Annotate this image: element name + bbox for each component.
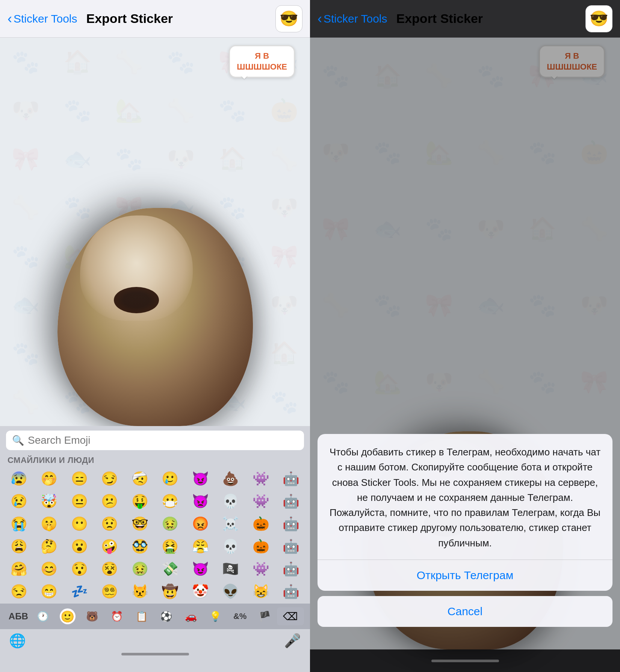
right-home-bar	[431, 660, 499, 662]
right-back-label: Sticker Tools	[324, 12, 387, 25]
emoji-cell[interactable]: 💀	[216, 491, 245, 512]
right-nav-emoji-button[interactable]: 😎	[585, 5, 612, 32]
emoji-cell[interactable]: 🤯	[35, 491, 64, 512]
cancel-button[interactable]: Cancel	[318, 596, 612, 627]
emoji-cell[interactable]: 👾	[246, 468, 275, 489]
emoji-cell[interactable]: 🤖	[277, 468, 306, 489]
emoji-cell[interactable]: 😭	[5, 513, 33, 534]
emoji-cell[interactable]: 🤡	[186, 581, 215, 602]
delete-button[interactable]: ⌫	[277, 607, 304, 625]
emoji-cell[interactable]: 🤢	[126, 558, 154, 579]
emoji-cell[interactable]: 🤠	[156, 581, 185, 602]
emoji-cell[interactable]: 🤓	[126, 513, 154, 534]
clipboard-button[interactable]: 📋	[129, 607, 154, 626]
emoji-cell[interactable]: 🎃	[246, 536, 275, 557]
open-telegram-button[interactable]: Открыть Телеграм	[318, 560, 612, 591]
left-home-bar	[121, 653, 189, 655]
emoji-cell[interactable]: 😑	[65, 468, 94, 489]
emoji-cell[interactable]: 🤭	[35, 468, 64, 489]
emoji-cell[interactable]: 😈	[186, 468, 215, 489]
emoji-cell[interactable]: 🥲	[156, 468, 185, 489]
emoji-cell[interactable]: 🥸	[126, 536, 154, 557]
action-sheet: Чтобы добавить стикер в Телеграм, необхо…	[310, 434, 620, 627]
emoji-cell[interactable]: 💩	[216, 468, 245, 489]
emoji-cell[interactable]: 😒	[5, 581, 33, 602]
emoji-cell[interactable]: 😵‍💫	[95, 581, 124, 602]
emoji-cell[interactable]: 😸	[246, 581, 275, 602]
emoji-cell[interactable]: 🎃	[246, 513, 275, 534]
microphone-button[interactable]: 🎤	[284, 633, 301, 649]
emoji-cell[interactable]: 😊	[35, 558, 64, 579]
emoji-cell[interactable]: 🤔	[35, 536, 64, 557]
emoji-cell[interactable]: 😯	[65, 558, 94, 579]
emoji-cell[interactable]: 😰	[5, 468, 33, 489]
emoji-tab-button[interactable]: 🙂	[55, 607, 80, 626]
emoji-cell[interactable]: 😤	[186, 536, 215, 557]
recent-emojis-button[interactable]: 🕐	[31, 607, 56, 626]
emoji-search-bar[interactable]: 🔍	[6, 431, 304, 450]
travel-button[interactable]: 🚗	[178, 607, 203, 626]
emoji-cell[interactable]: 🤢	[156, 513, 185, 534]
left-keyboard-area: 🔍 СМАЙЛИКИ И ЛЮДИ 😰 🤭 😑 😏 🤕 🥲 😈 💩 👾 🤖 😢 …	[0, 426, 310, 672]
left-back-button[interactable]: ‹ Sticker Tools	[8, 11, 77, 27]
emoji-cell[interactable]: 💸	[156, 558, 185, 579]
emoji-cell[interactable]: 😈	[186, 558, 215, 579]
right-nav-title: Export Sticker	[396, 11, 585, 26]
emoji-cell[interactable]: 💤	[65, 581, 94, 602]
emoji-cell[interactable]: 😢	[5, 491, 33, 512]
emoji-cell[interactable]: 🏴‍☠️	[216, 558, 245, 579]
emoji-cell[interactable]: 🤖	[277, 581, 306, 602]
emoji-cell[interactable]: 😕	[95, 491, 124, 512]
emoji-cell[interactable]: 🤖	[277, 558, 306, 579]
emoji-cell[interactable]: 🤖	[277, 513, 306, 534]
emoji-cell[interactable]: 👾	[246, 558, 275, 579]
flags-button[interactable]: 🏴	[252, 607, 277, 626]
globe-icon: 🌐	[9, 633, 26, 648]
emoji-cell[interactable]: 🤑	[126, 491, 154, 512]
emoji-cell[interactable]: 🤖	[277, 536, 306, 557]
emoji-cell[interactable]: 👾	[246, 491, 275, 512]
emoji-cell[interactable]: 😁	[35, 581, 64, 602]
emoji-cell[interactable]: 😮	[65, 536, 94, 557]
emoji-grid: 😰 🤭 😑 😏 🤕 🥲 😈 💩 👾 🤖 😢 🤯 😐 😕 🤑 😷 👿 💀 👾 🤖 …	[0, 468, 310, 602]
objects-button[interactable]: 💡	[203, 607, 228, 626]
emoji-cell[interactable]: 😟	[95, 513, 124, 534]
emoji-cell[interactable]: ☠️	[216, 513, 245, 534]
emoji-cell[interactable]: 😷	[156, 491, 185, 512]
emoji-cell[interactable]: 🤖	[277, 491, 306, 512]
right-phone-panel: ‹ Sticker Tools Export Sticker 😎 🐾🏠🦴🐾🎀🐟 …	[310, 0, 620, 672]
left-nav-emoji-button[interactable]: 😎	[275, 5, 302, 32]
keyboard-bottom-bar: 🌐 🎤	[0, 629, 310, 652]
emoji-cell[interactable]: 💀	[216, 536, 245, 557]
left-bubble-line1: Я В	[237, 51, 287, 62]
keyboard-toolbar: АБВ 🕐 🙂 🐻 ⏰ 📋 ⚽ 🚗 �	[0, 604, 310, 629]
emoji-cell[interactable]: 🤫	[35, 513, 64, 534]
left-phone-panel: ‹ Sticker Tools Export Sticker 😎 🐾🏠🦴🐾🎀🐟 …	[0, 0, 310, 672]
right-back-button[interactable]: ‹ Sticker Tools	[318, 11, 387, 27]
emoji-cell[interactable]: 😶	[65, 513, 94, 534]
emoji-cell[interactable]: 😏	[95, 468, 124, 489]
emoji-cell[interactable]: 😩	[5, 536, 33, 557]
right-chevron-icon: ‹	[318, 11, 322, 27]
animals-tab-button[interactable]: 🐻	[80, 607, 105, 626]
action-sheet-cancel: Cancel	[318, 596, 612, 627]
globe-button[interactable]: 🌐	[9, 633, 26, 649]
emoji-cell[interactable]: 😵	[95, 558, 124, 579]
emoji-cell[interactable]: 👽	[216, 581, 245, 602]
emoji-cell[interactable]: 👿	[186, 491, 215, 512]
abc-button[interactable]: АБВ	[6, 607, 31, 626]
emoji-cell[interactable]: 😐	[65, 491, 94, 512]
emoji-cell[interactable]: 🤗	[5, 558, 33, 579]
emoji-cell[interactable]: 🤮	[156, 536, 185, 557]
symbols-label: &%	[233, 611, 246, 621]
emoji-cell[interactable]: 🤕	[126, 468, 154, 489]
abc-label: АБВ	[9, 611, 28, 622]
emoji-search-input[interactable]	[28, 434, 298, 446]
emoji-cell[interactable]: 🤪	[95, 536, 124, 557]
symbols-button[interactable]: &%	[228, 607, 253, 626]
emoji-cell[interactable]: 😡	[186, 513, 215, 534]
emoji-cell[interactable]: 😾	[126, 581, 154, 602]
time-button[interactable]: ⏰	[104, 607, 129, 626]
sports-button[interactable]: ⚽	[154, 607, 178, 626]
time-icon: ⏰	[111, 611, 123, 622]
